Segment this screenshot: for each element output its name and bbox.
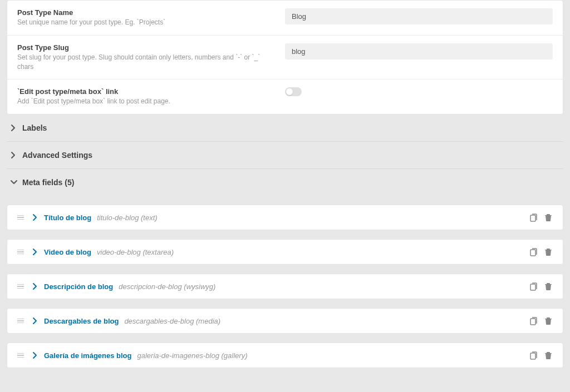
section-advanced-settings[interactable]: Advanced Settings bbox=[7, 142, 563, 169]
edit-link-row: `Edit post type/meta box` link Add `Edit… bbox=[7, 80, 563, 114]
chevron-right-icon bbox=[10, 151, 18, 159]
chevron-right-icon bbox=[32, 317, 38, 325]
post-type-slug-label: Post Type Slug bbox=[17, 43, 274, 52]
post-type-name-desc: Set unique name for your post type. Eg. … bbox=[17, 18, 274, 27]
meta-field-name: Video de blog bbox=[44, 248, 91, 256]
meta-field-slug: titulo-de-blog (text) bbox=[97, 214, 157, 222]
chevron-right-icon bbox=[32, 282, 38, 290]
drag-handle-icon[interactable] bbox=[17, 215, 24, 220]
edit-link-label: `Edit post type/meta box` link bbox=[17, 87, 274, 96]
meta-field-item[interactable]: Descargables de blog descargables-de-blo… bbox=[7, 308, 563, 334]
copy-icon[interactable] bbox=[528, 282, 537, 291]
section-labels[interactable]: Labels bbox=[7, 115, 563, 142]
drag-handle-icon[interactable] bbox=[17, 284, 24, 289]
trash-icon[interactable] bbox=[544, 351, 553, 360]
section-meta-title: Meta fields (5) bbox=[22, 178, 74, 187]
post-type-name-label: Post Type Name bbox=[17, 8, 274, 17]
meta-field-name: Galería de imágenes blog bbox=[44, 351, 132, 360]
meta-field-item[interactable]: Descripción de blog descripcion-de-blog … bbox=[7, 274, 563, 299]
meta-field-item[interactable]: Video de blog video-de-blog (textarea) bbox=[7, 239, 563, 265]
chevron-right-icon bbox=[32, 351, 38, 359]
edit-link-toggle[interactable] bbox=[285, 87, 302, 96]
meta-field-slug: descargables-de-blog (media) bbox=[124, 317, 220, 325]
chevron-right-icon bbox=[32, 248, 38, 256]
post-type-slug-desc: Set slug for your post type. Slug should… bbox=[17, 53, 274, 72]
trash-icon[interactable] bbox=[544, 316, 553, 325]
post-type-name-row: Post Type Name Set unique name for your … bbox=[7, 1, 563, 36]
drag-handle-icon[interactable] bbox=[17, 353, 24, 358]
section-advanced-title: Advanced Settings bbox=[22, 151, 92, 160]
drag-handle-icon[interactable] bbox=[17, 319, 24, 324]
section-labels-title: Labels bbox=[22, 123, 47, 132]
copy-icon[interactable] bbox=[528, 351, 537, 360]
drag-handle-icon[interactable] bbox=[17, 250, 24, 255]
meta-fields-list: Título de blog titulo-de-blog (text) Vid… bbox=[7, 205, 563, 368]
meta-field-item[interactable]: Título de blog titulo-de-blog (text) bbox=[7, 205, 563, 230]
meta-field-slug: descripcion-de-blog (wysiwyg) bbox=[119, 282, 215, 291]
chevron-down-icon bbox=[10, 178, 18, 186]
meta-field-name: Descargables de blog bbox=[44, 317, 119, 325]
copy-icon[interactable] bbox=[528, 213, 537, 222]
copy-icon[interactable] bbox=[528, 316, 537, 325]
post-type-slug-row: Post Type Slug Set slug for your post ty… bbox=[7, 36, 563, 80]
section-meta-fields[interactable]: Meta fields (5) bbox=[7, 169, 563, 196]
post-type-slug-input[interactable] bbox=[285, 43, 553, 59]
chevron-right-icon bbox=[32, 214, 38, 221]
edit-link-desc: Add `Edit post type/meta box` link to po… bbox=[17, 97, 274, 106]
chevron-right-icon bbox=[10, 124, 18, 132]
post-type-settings-card: Post Type Name Set unique name for your … bbox=[7, 0, 563, 115]
meta-field-slug: galeria-de-imagenes-blog (gallery) bbox=[137, 351, 248, 360]
meta-field-slug: video-de-blog (textarea) bbox=[97, 248, 174, 256]
meta-field-item[interactable]: Galería de imágenes blog galeria-de-imag… bbox=[7, 343, 563, 368]
post-type-name-input[interactable] bbox=[285, 8, 553, 24]
trash-icon[interactable] bbox=[544, 282, 553, 291]
copy-icon[interactable] bbox=[528, 247, 537, 256]
meta-field-name: Título de blog bbox=[44, 214, 91, 222]
trash-icon[interactable] bbox=[544, 247, 553, 256]
trash-icon[interactable] bbox=[544, 213, 553, 222]
meta-field-name: Descripción de blog bbox=[44, 282, 113, 291]
